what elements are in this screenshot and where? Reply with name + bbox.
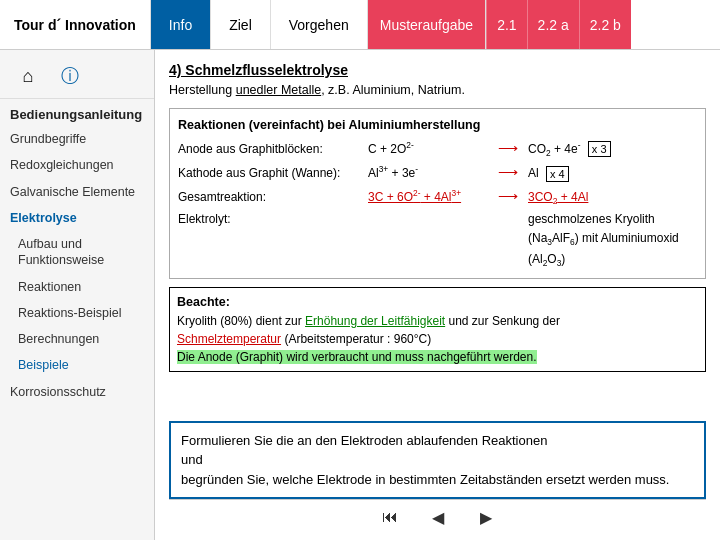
nav-sub-22b[interactable]: 2.2 b bbox=[579, 0, 631, 49]
main-layout: ⌂ ⓘ Bedienungsanleitung Grundbegriffe Re… bbox=[0, 50, 720, 540]
reaction-result-elektrolyt: geschmolzenes Kryolith (Na3AlF6) mit Alu… bbox=[528, 210, 697, 271]
note-text-arbeitstemperatur: (Arbeitstemperatur : 960°C) bbox=[281, 332, 431, 346]
bottom-navigation: ⏮ ◀ ▶ bbox=[169, 499, 706, 534]
sidebar-item-galvanisch[interactable]: Galvanische Elemente bbox=[0, 179, 154, 205]
underline-unedler: unedler Metalle bbox=[236, 83, 321, 97]
sidebar-item-reaktionen[interactable]: Reaktionen bbox=[0, 274, 154, 300]
reaction-result-gesamt: 3CO2 + 4Al bbox=[528, 188, 697, 209]
reaction-label-elektrolyt: Elektrolyt: bbox=[178, 210, 368, 229]
sidebar-item-berechnungen[interactable]: Berechnungen bbox=[0, 326, 154, 352]
nav-musteraufgabe[interactable]: Musteraufgabe bbox=[368, 0, 486, 49]
question-box: Formulieren Sie die an den Elektroden ab… bbox=[169, 421, 706, 500]
reaction-label-kathode: Kathode aus Graphit (Wanne): bbox=[178, 164, 368, 183]
reactions-box-title: Reaktionen (vereinfacht) bei Aluminiumhe… bbox=[178, 115, 697, 135]
reaction-arrow-anode: ⟶ bbox=[488, 137, 528, 160]
home-icon[interactable]: ⌂ bbox=[12, 60, 44, 92]
reaction-label-gesamt: Gesamtreaktion: bbox=[178, 188, 368, 207]
note-box: Beachte: Kryolith (80%) dient zur Erhöhu… bbox=[169, 287, 706, 372]
reaction-eq-kathode: Al3+ + 3e- bbox=[368, 163, 488, 183]
nav-ziel[interactable]: Ziel bbox=[211, 0, 271, 49]
brand-title: Tour d´ Innovation bbox=[0, 0, 151, 49]
nav-vorgehen[interactable]: Vorgehen bbox=[271, 0, 368, 49]
nav-sub-21[interactable]: 2.1 bbox=[486, 0, 526, 49]
reaction-arrow-gesamt: ⟶ bbox=[488, 185, 528, 208]
top-navigation: Tour d´ Innovation Info Ziel Vorgehen Mu… bbox=[0, 0, 720, 50]
sidebar-item-grundbegriffe[interactable]: Grundbegriffe bbox=[0, 126, 154, 152]
reactions-box: Reaktionen (vereinfacht) bei Aluminiumhe… bbox=[169, 108, 706, 279]
sidebar: ⌂ ⓘ Bedienungsanleitung Grundbegriffe Re… bbox=[0, 50, 155, 540]
note-text-2: und zur bbox=[445, 314, 492, 328]
nav-prev-button[interactable]: ◀ bbox=[424, 505, 452, 529]
superbox-anode: x 3 bbox=[588, 141, 611, 157]
nav-info[interactable]: Info bbox=[151, 0, 211, 49]
reaction-row-elektrolyt: Elektrolyt: geschmolzenes Kryolith (Na3A… bbox=[178, 210, 697, 271]
reaction-result-kathode: Al x 4 bbox=[528, 164, 697, 183]
note-text-senkung: Senkung der bbox=[492, 314, 560, 328]
sidebar-item-reaktions-beispiel[interactable]: Reaktions-Beispiel bbox=[0, 300, 154, 326]
note-title: Beachte: bbox=[177, 295, 230, 309]
intro-text: Herstellung unedler Metalle, z.B. Alumin… bbox=[169, 82, 706, 100]
sidebar-item-korrosionsschutz[interactable]: Korrosionsschutz bbox=[0, 379, 154, 405]
reaction-result-anode: CO2 + 4e- x 3 bbox=[528, 139, 697, 161]
note-text-1: Kryolith (80%) dient zur bbox=[177, 314, 305, 328]
reaction-arrow-kathode: ⟶ bbox=[488, 161, 528, 184]
reaction-eq-gesamt: 3C + 6O2- + 4Al3+ bbox=[368, 187, 488, 207]
info-icon[interactable]: ⓘ bbox=[54, 60, 86, 92]
reaction-row-gesamt: Gesamtreaktion: 3C + 6O2- + 4Al3+ ⟶ 3CO2… bbox=[178, 185, 697, 209]
reaction-row-kathode: Kathode aus Graphit (Wanne): Al3+ + 3e- … bbox=[178, 161, 697, 184]
nav-sub-22a[interactable]: 2.2 a bbox=[527, 0, 579, 49]
reaction-label-anode: Anode aus Graphitblöcken: bbox=[178, 140, 368, 159]
note-schmelztemperatur: Schmelztemperatur bbox=[177, 332, 281, 346]
section-title: 4) Schmelzflusselektrolyse bbox=[169, 62, 706, 78]
nav-next-button[interactable]: ▶ bbox=[472, 505, 500, 529]
sidebar-item-beispiele[interactable]: Beispiele bbox=[0, 352, 154, 378]
question-text: Formulieren Sie die an den Elektroden ab… bbox=[181, 433, 669, 487]
note-leitfaehigkeit: Erhöhung der Leitfähigkeit bbox=[305, 314, 445, 328]
superbox-kathode: x 4 bbox=[546, 166, 569, 182]
sidebar-item-redox[interactable]: Redoxgleichungen bbox=[0, 152, 154, 178]
sidebar-item-elektrolyse[interactable]: Elektrolyse bbox=[0, 205, 154, 231]
sidebar-item-aufbau[interactable]: Aufbau und Funktionsweise bbox=[0, 231, 154, 274]
note-anode-verbraucht: Die Anode (Graphit) wird verbraucht und … bbox=[177, 350, 537, 364]
reaction-eq-anode: C + 2O2- bbox=[368, 139, 488, 159]
sidebar-icon-bar: ⌂ ⓘ bbox=[0, 50, 154, 99]
sidebar-section-title: Bedienungsanleitung bbox=[0, 99, 154, 126]
content-area: 4) Schmelzflusselektrolyse Herstellung u… bbox=[155, 50, 720, 540]
nav-first-button[interactable]: ⏮ bbox=[376, 505, 404, 529]
reaction-row-anode: Anode aus Graphitblöcken: C + 2O2- ⟶ CO2… bbox=[178, 137, 697, 161]
